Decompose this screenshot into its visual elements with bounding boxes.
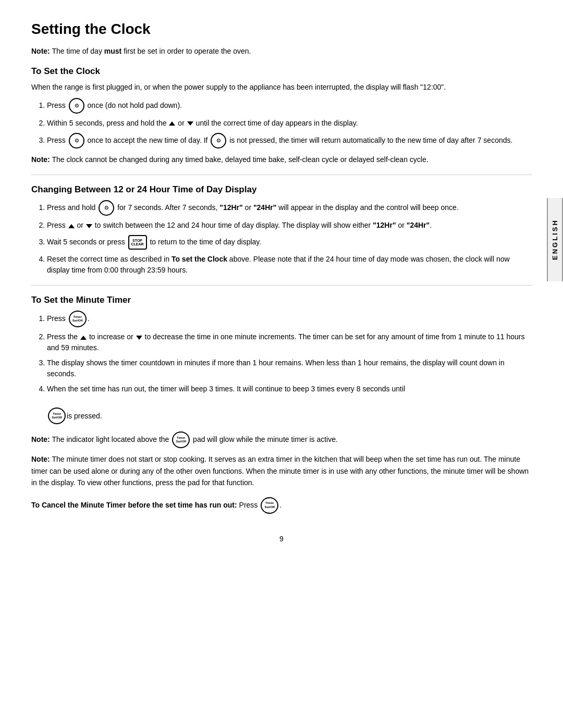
clock-button-4: ⊙ bbox=[99, 200, 114, 216]
section-set-clock: To Set the Clock When the range is first… bbox=[31, 66, 532, 165]
section2-step2: Press or to switch between the 12 and 24… bbox=[47, 220, 532, 231]
note-label: Note: The time of day must first be set … bbox=[31, 47, 251, 55]
arrow-up-icon bbox=[169, 121, 175, 126]
section-minute-timer: To Set the Minute Timer Press TimerSet/O… bbox=[31, 295, 532, 513]
clock-button-3: ⊙ bbox=[211, 133, 226, 149]
section2-steps: Press and hold ⊙ for 7 seconds. After 7 … bbox=[47, 200, 532, 276]
section2-title: Changing Between 12 or 24 Hour Time of D… bbox=[31, 184, 532, 195]
english-label: ENGLISH bbox=[547, 198, 563, 281]
section1-note: Note: The clock cannot be changed during… bbox=[31, 154, 532, 165]
timer-icon-block: TimerSet/Off is pressed. bbox=[47, 408, 102, 424]
section2-step3: Wait 5 seconds or press STOPCLEAR to ret… bbox=[47, 235, 532, 250]
clock-button-1: ⊙ bbox=[69, 98, 84, 114]
section1-step1: Press ⊙ once (do not hold pad down). bbox=[47, 98, 532, 114]
section3-steps: Press TimerSet/Off. Press the to increas… bbox=[47, 311, 532, 426]
arrow-up-icon-3 bbox=[80, 336, 87, 340]
timer-button-4: TimerSet/Off bbox=[261, 497, 278, 514]
timer-button-3: TimerSet/Off bbox=[172, 431, 190, 448]
section3-note2: Note: The minute timer does not start or… bbox=[31, 453, 532, 488]
section3-step1: Press TimerSet/Off. bbox=[47, 311, 532, 327]
section2-step4: Reset the correct time as described in T… bbox=[47, 254, 532, 276]
section1-title: To Set the Clock bbox=[31, 66, 532, 77]
page-number: 9 bbox=[31, 535, 532, 543]
section3-title: To Set the Minute Timer bbox=[31, 295, 532, 305]
stop-clear-button-1: STOPCLEAR bbox=[128, 235, 147, 250]
arrow-up-icon-2 bbox=[68, 224, 75, 228]
section2-step1: Press and hold ⊙ for 7 seconds. After 7 … bbox=[47, 200, 532, 216]
section3-note1: Note: The indicator light located above … bbox=[31, 431, 532, 448]
section1-steps: Press ⊙ once (do not hold pad down). Wit… bbox=[47, 98, 532, 149]
intro-note: Note: The time of day must first be set … bbox=[31, 46, 532, 57]
section1-step3: Press ⊙ once to accept the new time of d… bbox=[47, 133, 532, 149]
section-hour-display: Changing Between 12 or 24 Hour Time of D… bbox=[31, 184, 532, 276]
timer-button-2: TimerSet/Off bbox=[48, 408, 66, 424]
arrow-down-icon-2 bbox=[86, 224, 92, 228]
divider-1 bbox=[31, 175, 532, 175]
section3-step2: Press the to increase or to decrease the… bbox=[47, 331, 532, 353]
section1-step2: Within 5 seconds, press and hold the or … bbox=[47, 118, 532, 129]
page-title: Setting the Clock bbox=[31, 21, 532, 38]
section1-intro: When the range is first plugged in, or w… bbox=[31, 82, 532, 93]
divider-2 bbox=[31, 285, 532, 286]
section3-step3: The display shows the timer countdown in… bbox=[47, 357, 532, 379]
arrow-down-icon bbox=[187, 121, 193, 126]
section3-step4: When the set time has run out, the timer… bbox=[47, 384, 532, 426]
clock-button-2: ⊙ bbox=[69, 133, 84, 149]
cancel-line: To Cancel the Minute Timer before the se… bbox=[31, 497, 532, 514]
timer-button-1: TimerSet/Off bbox=[69, 311, 87, 327]
arrow-down-icon-3 bbox=[136, 336, 142, 340]
